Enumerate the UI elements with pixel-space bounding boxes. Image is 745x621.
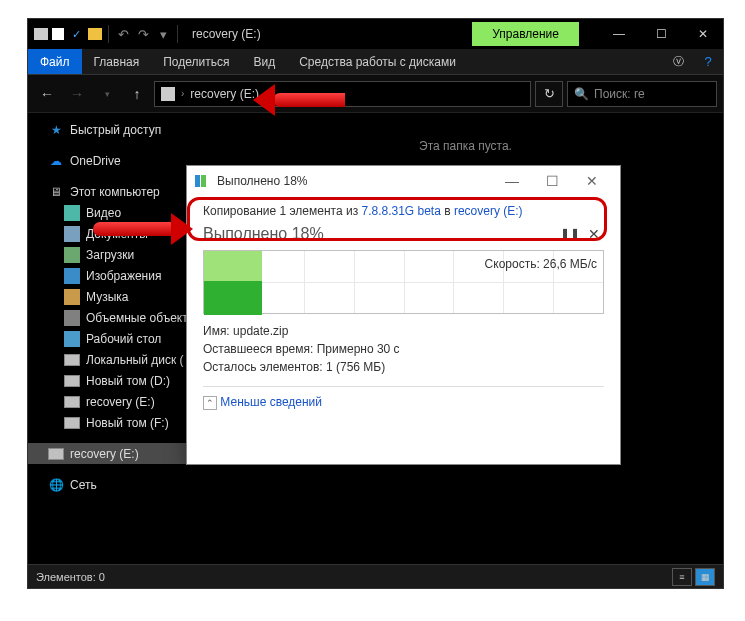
annotation-arrow	[273, 93, 345, 107]
large-icons-view-button[interactable]: ▦	[695, 568, 715, 586]
check-icon[interactable]: ✓	[68, 26, 84, 42]
empty-folder-text: Эта папка пуста.	[419, 139, 512, 153]
speed-graph: Скорость: 26,6 МБ/с	[203, 250, 604, 314]
sidebar-new-volume-f[interactable]: Новый том (F:)	[28, 412, 208, 433]
copy-description: Копирование 1 элемента из 7.8.8.31G beta…	[203, 204, 604, 218]
maximize-button[interactable]: ☐	[641, 19, 681, 49]
copy-dialog: Выполнено 18% ― ☐ ✕ Копирование 1 элемен…	[186, 165, 621, 465]
sidebar-recovery-e[interactable]: recovery (E:)	[28, 391, 208, 412]
tab-view[interactable]: Вид	[241, 49, 287, 74]
path-segment[interactable]: recovery (E:)	[190, 87, 259, 101]
annotation-arrow	[93, 222, 173, 236]
sidebar-desktop[interactable]: Рабочий стол	[28, 328, 208, 349]
folder-yellow-icon	[88, 28, 102, 40]
redo-icon[interactable]: ↷	[135, 26, 151, 42]
pc-icon: 🖥	[48, 184, 64, 200]
ribbon-tabs: Файл Главная Поделиться Вид Средства раб…	[28, 49, 723, 75]
sidebar-this-pc[interactable]: 🖥Этот компьютер	[28, 181, 208, 202]
tab-disk-tools[interactable]: Средства работы с дисками	[287, 49, 468, 74]
sidebar-local-disk-c[interactable]: Локальный диск (	[28, 349, 208, 370]
ribbon-expand-icon[interactable]: ⓥ	[663, 49, 693, 74]
statusbar: Элементов: 0 ≡ ▦	[28, 564, 723, 588]
refresh-button[interactable]: ↻	[535, 81, 563, 107]
dialog-maximize-button[interactable]: ☐	[532, 167, 572, 195]
fewer-details-link[interactable]: ⌃ Меньше сведений	[203, 395, 604, 410]
drive-icon	[34, 28, 48, 40]
document-icon	[64, 226, 80, 242]
cancel-button[interactable]: ✕	[584, 224, 604, 244]
dialog-minimize-button[interactable]: ―	[492, 167, 532, 195]
titlebar: ✓ ↶ ↷ ▾ recovery (E:) Управление ― ☐ ✕	[28, 19, 723, 49]
details-view-button[interactable]: ≡	[672, 568, 692, 586]
drive-icon	[64, 417, 80, 429]
tab-main[interactable]: Главная	[82, 49, 152, 74]
sidebar-downloads[interactable]: Загрузки	[28, 244, 208, 265]
dialog-status: Выполнено 18% ❚❚ ✕	[203, 224, 604, 244]
speed-label: Скорость: 26,6 МБ/с	[485, 257, 597, 271]
help-icon[interactable]: ?	[693, 49, 723, 74]
cloud-icon: ☁	[48, 153, 64, 169]
tab-share[interactable]: Поделиться	[151, 49, 241, 74]
destination-link[interactable]: recovery (E:)	[454, 204, 523, 218]
sidebar-quick-access[interactable]: ★Быстрый доступ	[28, 119, 208, 140]
sidebar-network[interactable]: 🌐Сеть	[28, 474, 208, 495]
folder-icon	[52, 28, 64, 40]
graph-fill-dark	[204, 281, 262, 315]
back-button[interactable]: ←	[34, 81, 60, 107]
pause-button[interactable]: ❚❚	[560, 224, 580, 244]
chevron-icon[interactable]: ›	[181, 88, 184, 99]
sidebar-new-volume-d[interactable]: Новый том (D:)	[28, 370, 208, 391]
manage-tab[interactable]: Управление	[472, 22, 579, 46]
dialog-close-button[interactable]: ✕	[572, 167, 612, 195]
search-placeholder: Поиск: re	[594, 87, 645, 101]
up-button[interactable]: ↑	[124, 81, 150, 107]
window-title: recovery (E:)	[186, 27, 267, 41]
music-icon	[64, 289, 80, 305]
recent-dropdown-icon[interactable]: ▾	[94, 81, 120, 107]
sidebar-recovery-e-selected[interactable]: recovery (E:)	[28, 443, 208, 464]
chevron-up-icon: ⌃	[203, 396, 217, 410]
dropdown-icon[interactable]: ▾	[155, 26, 171, 42]
dialog-title: Выполнено 18%	[217, 174, 308, 188]
dialog-details: Имя: update.zip Оставшееся время: Пример…	[203, 322, 604, 376]
star-icon: ★	[48, 122, 64, 138]
drive-icon	[64, 375, 80, 387]
sidebar: ★Быстрый доступ ☁OneDrive 🖥Этот компьюте…	[28, 113, 208, 564]
graph-fill-light	[204, 251, 262, 283]
tab-file[interactable]: Файл	[28, 49, 82, 74]
search-input[interactable]: 🔍 Поиск: re	[567, 81, 717, 107]
dialog-titlebar[interactable]: Выполнено 18% ― ☐ ✕	[187, 166, 620, 196]
sidebar-images[interactable]: Изображения	[28, 265, 208, 286]
sidebar-music[interactable]: Музыка	[28, 286, 208, 307]
navbar: ← → ▾ ↑ › recovery (E:) ↻ 🔍 Поиск: re	[28, 75, 723, 113]
object-icon	[64, 310, 80, 326]
status-element-count: Элементов: 0	[36, 571, 105, 583]
source-link[interactable]: 7.8.8.31G beta	[361, 204, 440, 218]
network-icon: 🌐	[48, 477, 64, 493]
forward-button[interactable]: →	[64, 81, 90, 107]
search-icon: 🔍	[574, 87, 589, 101]
undo-icon[interactable]: ↶	[115, 26, 131, 42]
minimize-button[interactable]: ―	[599, 19, 639, 49]
drive-icon	[48, 448, 64, 460]
sidebar-3d-objects[interactable]: Объемные объект	[28, 307, 208, 328]
copy-progress-icon	[195, 173, 211, 189]
drive-icon	[64, 354, 80, 366]
download-icon	[64, 247, 80, 263]
drive-icon	[161, 87, 175, 101]
video-icon	[64, 205, 80, 221]
close-button[interactable]: ✕	[683, 19, 723, 49]
drive-icon	[64, 396, 80, 408]
desktop-icon	[64, 331, 80, 347]
image-icon	[64, 268, 80, 284]
sidebar-onedrive[interactable]: ☁OneDrive	[28, 150, 208, 171]
